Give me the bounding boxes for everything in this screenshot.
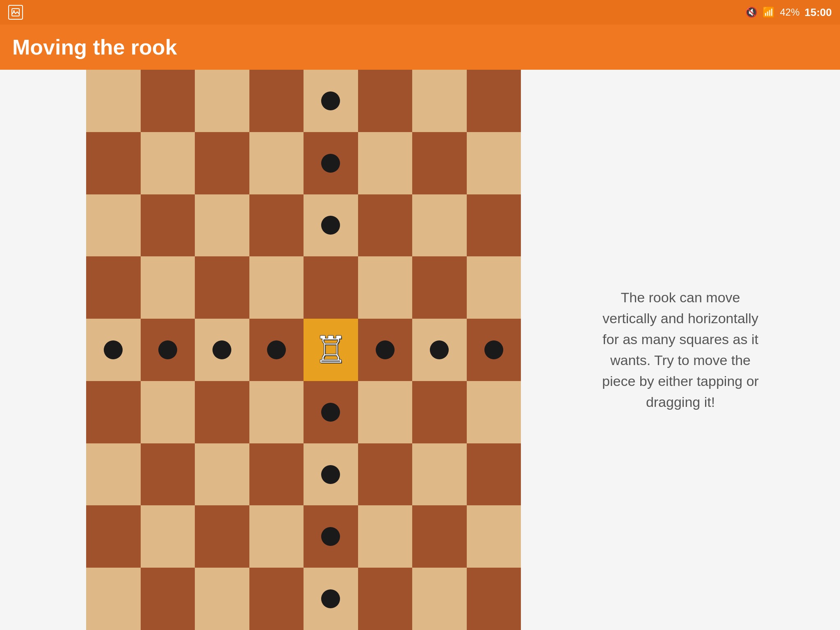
chess-cell-6-3[interactable] [249,443,304,506]
chess-cell-6-5[interactable] [358,443,413,506]
move-dot-6-4[interactable] [321,465,340,484]
chess-cell-7-7[interactable] [467,505,521,568]
status-bar-left [8,5,23,20]
chess-cell-4-0[interactable] [86,319,141,381]
chess-cell-3-2[interactable] [195,256,249,319]
chess-cell-5-1[interactable] [141,381,195,443]
move-dot-4-7[interactable] [484,340,503,359]
move-dot-4-1[interactable] [158,340,177,359]
chess-cell-2-7[interactable] [467,194,521,257]
chess-cell-0-0[interactable] [86,70,141,132]
move-dot-0-4[interactable] [321,91,340,110]
chess-cell-1-6[interactable] [412,132,467,194]
chess-cell-2-1[interactable] [141,194,195,257]
chess-cell-8-6[interactable] [412,568,467,630]
chess-cell-1-5[interactable] [358,132,413,194]
chess-cell-7-3[interactable] [249,505,304,568]
chess-cell-1-4[interactable] [304,132,358,194]
chess-cell-0-5[interactable] [358,70,413,132]
page-title: Moving the rook [12,35,177,59]
chess-cell-2-6[interactable] [412,194,467,257]
chess-cell-4-4[interactable]: ♖ [304,319,358,381]
chess-cell-3-5[interactable] [358,256,413,319]
battery-text: 42% [780,7,799,18]
board-container: ♖ [86,70,521,630]
move-dot-4-2[interactable] [212,340,231,359]
chess-cell-8-5[interactable] [358,568,413,630]
chess-cell-1-3[interactable] [249,132,304,194]
chess-cell-1-1[interactable] [141,132,195,194]
chess-cell-6-4[interactable] [304,443,358,506]
chess-cell-6-2[interactable] [195,443,249,506]
chess-cell-8-1[interactable] [141,568,195,630]
rook-piece[interactable]: ♖ [314,331,347,368]
chess-cell-4-2[interactable] [195,319,249,381]
chess-cell-4-7[interactable] [467,319,521,381]
chess-cell-5-2[interactable] [195,381,249,443]
chess-cell-0-4[interactable] [304,70,358,132]
mute-icon: 🔇 [745,7,758,18]
chess-cell-2-5[interactable] [358,194,413,257]
chess-cell-7-0[interactable] [86,505,141,568]
status-bar: 🔇 📶 42% 15:00 [0,0,840,25]
chess-cell-6-6[interactable] [412,443,467,506]
chess-cell-6-1[interactable] [141,443,195,506]
move-dot-4-3[interactable] [267,340,286,359]
chess-cell-4-6[interactable] [412,319,467,381]
chess-cell-4-5[interactable] [358,319,413,381]
move-dot-4-0[interactable] [104,340,123,359]
status-bar-right: 🔇 📶 42% 15:00 [745,6,832,19]
move-dot-1-4[interactable] [321,154,340,173]
move-dot-4-6[interactable] [430,340,449,359]
chess-cell-5-6[interactable] [412,381,467,443]
chess-cell-0-7[interactable] [467,70,521,132]
chess-cell-3-6[interactable] [412,256,467,319]
move-dot-7-4[interactable] [321,527,340,546]
main-content: ♖ The rook can move vertically and horiz… [0,70,840,630]
chess-cell-0-2[interactable] [195,70,249,132]
chess-cell-7-6[interactable] [412,505,467,568]
chess-cell-1-2[interactable] [195,132,249,194]
chess-board[interactable]: ♖ [86,70,521,630]
chess-cell-5-3[interactable] [249,381,304,443]
move-dot-4-5[interactable] [376,340,395,359]
chess-cell-0-1[interactable] [141,70,195,132]
move-dot-5-4[interactable] [321,403,340,422]
chess-cell-2-4[interactable] [304,194,358,257]
chess-cell-5-0[interactable] [86,381,141,443]
chess-cell-5-4[interactable] [304,381,358,443]
chess-cell-4-3[interactable] [249,319,304,381]
chess-cell-7-2[interactable] [195,505,249,568]
chess-cell-2-3[interactable] [249,194,304,257]
chess-cell-7-4[interactable] [304,505,358,568]
gallery-icon [8,5,23,20]
chess-cell-8-0[interactable] [86,568,141,630]
chess-cell-2-2[interactable] [195,194,249,257]
chess-cell-0-6[interactable] [412,70,467,132]
chess-cell-7-1[interactable] [141,505,195,568]
chess-cell-7-5[interactable] [358,505,413,568]
chess-cell-1-0[interactable] [86,132,141,194]
chess-cell-5-7[interactable] [467,381,521,443]
chess-cell-8-7[interactable] [467,568,521,630]
chess-cell-3-3[interactable] [249,256,304,319]
chess-cell-4-1[interactable] [141,319,195,381]
move-dot-2-4[interactable] [321,216,340,235]
chess-cell-3-7[interactable] [467,256,521,319]
wifi-icon: 📶 [762,7,775,18]
chess-cell-8-3[interactable] [249,568,304,630]
chess-cell-8-2[interactable] [195,568,249,630]
info-text: The rook can move vertically and horizon… [598,287,762,413]
chess-cell-3-1[interactable] [141,256,195,319]
move-dot-8-4[interactable] [321,589,340,608]
chess-cell-3-0[interactable] [86,256,141,319]
chess-cell-6-7[interactable] [467,443,521,506]
chess-cell-8-4[interactable] [304,568,358,630]
chess-cell-0-3[interactable] [249,70,304,132]
chess-cell-1-7[interactable] [467,132,521,194]
chess-cell-2-0[interactable] [86,194,141,257]
app-bar: Moving the rook [0,25,840,70]
chess-cell-6-0[interactable] [86,443,141,506]
chess-cell-5-5[interactable] [358,381,413,443]
chess-cell-3-4[interactable] [304,256,358,319]
